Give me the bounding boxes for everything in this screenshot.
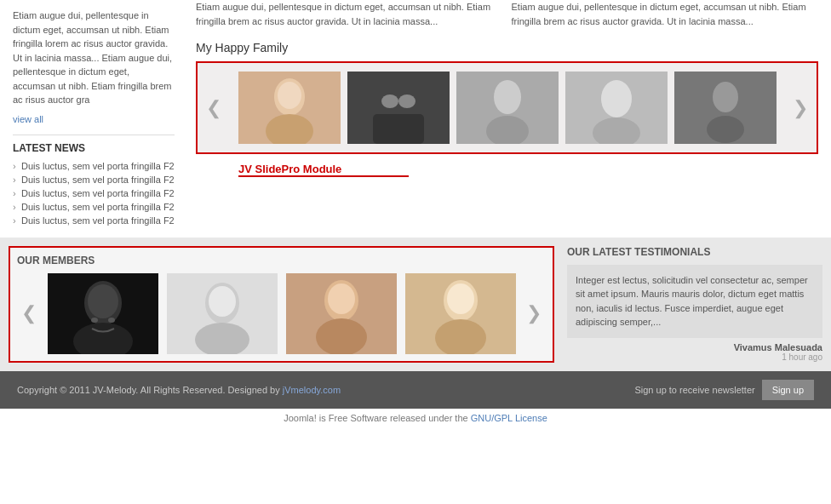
news-item[interactable]: Duis luctus, sem vel porta fringilla F2 [13, 175, 175, 185]
slidepro-label: JV SlidePro Module [238, 163, 818, 175]
svg-point-12 [601, 80, 632, 117]
svg-point-18 [84, 281, 122, 325]
svg-rect-31 [405, 273, 516, 354]
testimonial-time: 1 hour ago [567, 352, 822, 362]
svg-rect-0 [238, 72, 341, 144]
svg-point-28 [324, 280, 358, 321]
designer-link[interactable]: jVmelody.com [283, 385, 341, 395]
svg-point-22 [108, 318, 115, 323]
articles-row: Etiam augue dui, pellentesque in dictum … [196, 0, 818, 28]
copyright-text: Copyright © 2011 JV-Melody. All Rights R… [17, 385, 280, 395]
svg-point-10 [486, 116, 529, 144]
news-item[interactable]: Duis luctus, sem vel porta fringilla F2 [13, 215, 175, 226]
news-item[interactable]: Duis luctus, sem vel porta fringilla F2 [13, 161, 175, 171]
members-left-arrow[interactable]: ❮ [17, 298, 41, 329]
member-image-1 [48, 273, 158, 354]
svg-point-13 [593, 117, 640, 144]
svg-point-26 [209, 286, 236, 317]
svg-point-16 [707, 116, 744, 143]
gnu-gpl-link[interactable]: GNU/GPL License [471, 413, 547, 423]
view-all-link[interactable]: view all [13, 114, 175, 124]
sidebar-body-text: Etiam augue dui, pellentesque in dictum … [13, 9, 175, 107]
slide-image-5 [674, 72, 777, 144]
svg-point-33 [435, 319, 486, 354]
article-col-1: Etiam augue dui, pellentesque in dictum … [196, 0, 503, 28]
testimonial-author: Vivamus Malesuada [567, 342, 822, 352]
member-image-2 [167, 273, 278, 354]
svg-point-32 [444, 280, 478, 321]
slidepro-annotation: JV SlidePro Module [213, 163, 818, 177]
article-text-2: Etiam augue dui, pellentesque in dictum … [512, 2, 806, 26]
subfooter-text: Joomla! is Free Software released under … [284, 413, 467, 423]
left-sidebar: Etiam augue dui, pellentesque in dictum … [0, 0, 187, 238]
news-list: Duis luctus, sem vel porta fringilla F2 … [13, 161, 175, 226]
latest-news-title: LATEST NEWS [13, 135, 175, 154]
svg-point-34 [447, 284, 474, 314]
svg-point-5 [381, 94, 398, 108]
members-carousel: ❮ [17, 273, 546, 354]
members-title: OUR MEMBERS [17, 255, 546, 266]
svg-point-20 [88, 284, 118, 318]
footer-copyright: Copyright © 2011 JV-Melody. All Rights R… [17, 385, 341, 395]
slide-image-3 [456, 72, 559, 144]
svg-rect-14 [674, 72, 777, 144]
svg-point-29 [316, 318, 367, 354]
slideshow-section-title: My Happy Family [196, 41, 818, 54]
member-images [41, 273, 522, 354]
testimonials-section: OUR LATEST TESTIMONIALS Integer est lect… [567, 246, 822, 363]
article-col-2: Etiam augue dui, pellentesque in dictum … [512, 0, 819, 28]
svg-rect-23 [167, 273, 278, 354]
slide-image-4 [565, 72, 668, 144]
slide-image-1 [238, 72, 341, 144]
newsletter-signup-button[interactable]: Sign up [762, 380, 814, 400]
our-members-section: OUR MEMBERS ❮ [9, 246, 554, 363]
footer: Copyright © 2011 JV-Melody. All Rights R… [0, 371, 831, 409]
member-image-4 [405, 273, 516, 354]
slide-images [226, 72, 788, 144]
svg-point-19 [73, 323, 133, 354]
svg-rect-4 [347, 72, 450, 144]
svg-point-30 [328, 284, 355, 314]
svg-point-9 [494, 80, 521, 114]
sub-footer: Joomla! is Free Software released under … [0, 409, 831, 427]
members-right-arrow[interactable]: ❯ [522, 298, 546, 329]
article-text-1: Etiam augue dui, pellentesque in dictum … [196, 2, 490, 26]
svg-rect-17 [48, 273, 158, 354]
svg-rect-7 [373, 114, 424, 144]
svg-point-24 [205, 283, 239, 324]
slide-image-2 [347, 72, 450, 144]
slideshow-left-arrow[interactable]: ❮ [202, 93, 226, 123]
testimonials-title: OUR LATEST TESTIMONIALS [567, 246, 822, 258]
svg-point-3 [278, 82, 301, 109]
slideshow-container: ❮ [196, 61, 818, 154]
svg-point-15 [713, 82, 738, 112]
news-item[interactable]: Duis luctus, sem vel porta fringilla F2 [13, 202, 175, 212]
testimonial-text: Integer est lectus, solicitudin vel cons… [576, 275, 808, 328]
member-image-3 [286, 273, 397, 354]
slideshow-right-arrow[interactable]: ❯ [788, 93, 812, 123]
center-content: Etiam augue dui, pellentesque in dictum … [187, 0, 831, 238]
bottom-section: OUR MEMBERS ❮ [0, 238, 831, 371]
testimonial-box: Integer est lectus, solicitudin vel cons… [567, 265, 822, 338]
slidepro-underline [238, 175, 409, 177]
svg-rect-27 [286, 273, 397, 354]
news-item[interactable]: Duis luctus, sem vel porta fringilla F2 [13, 188, 175, 198]
svg-rect-8 [456, 72, 559, 144]
svg-point-1 [274, 78, 305, 116]
svg-rect-11 [565, 72, 668, 144]
svg-point-2 [266, 114, 313, 144]
svg-point-25 [195, 323, 249, 354]
newsletter-label: Sign up to receive newsletter [634, 385, 754, 395]
footer-newsletter: Sign up to receive newsletter Sign up [634, 380, 814, 400]
svg-point-6 [398, 94, 416, 108]
svg-point-21 [91, 318, 98, 323]
